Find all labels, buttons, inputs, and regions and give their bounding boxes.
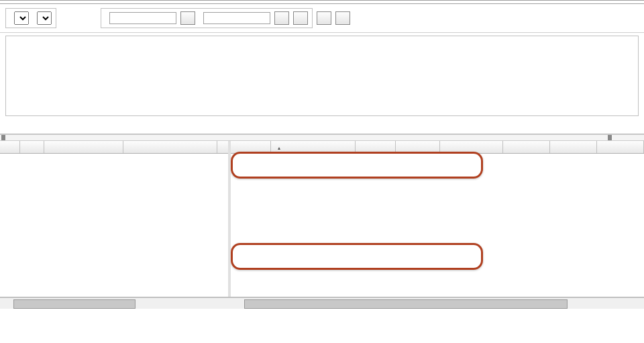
col-check[interactable] bbox=[0, 141, 20, 153]
timeframe-end-input[interactable] bbox=[203, 12, 270, 24]
col-host[interactable] bbox=[44, 141, 123, 153]
annotation-host-cpu bbox=[231, 152, 483, 179]
detail-splitter: ▴ bbox=[0, 141, 644, 297]
minimap-handle-right[interactable] bbox=[608, 135, 612, 140]
col-unit[interactable] bbox=[440, 141, 503, 153]
col-average[interactable] bbox=[550, 141, 597, 153]
col-kpi[interactable]: ▴ bbox=[271, 141, 356, 153]
xscale-select[interactable] bbox=[14, 11, 29, 25]
left-h-scrollbar[interactable] bbox=[0, 297, 231, 309]
sample-range-select[interactable] bbox=[37, 11, 52, 25]
col-max[interactable] bbox=[503, 141, 550, 153]
clear-button[interactable] bbox=[293, 11, 308, 25]
kpi-grid-header: ▴ bbox=[231, 141, 644, 154]
col-sum[interactable] bbox=[597, 141, 644, 153]
sort-indicator-icon: ▴ bbox=[278, 145, 280, 151]
chart-plot-area[interactable] bbox=[5, 36, 639, 116]
col-time-begin[interactable] bbox=[123, 141, 217, 153]
set-begin-button[interactable] bbox=[180, 11, 195, 25]
load-toolbar bbox=[0, 4, 644, 33]
export-button[interactable] bbox=[317, 11, 331, 25]
chart-minimap-scrollbar[interactable] bbox=[0, 134, 644, 141]
set-end-button[interactable] bbox=[274, 11, 289, 25]
scale-group bbox=[5, 8, 56, 28]
import-button[interactable] bbox=[335, 11, 350, 25]
main-tabbar bbox=[0, 0, 644, 1]
col-style[interactable] bbox=[356, 141, 396, 153]
load-chart[interactable] bbox=[0, 33, 644, 134]
timeframe-begin-input[interactable] bbox=[109, 12, 176, 24]
annotation-indexserver-cpu bbox=[231, 243, 483, 270]
col-yscale[interactable] bbox=[396, 141, 440, 153]
host-grid-header bbox=[0, 141, 228, 154]
chart-xaxis bbox=[5, 116, 639, 126]
right-h-scrollbar[interactable] bbox=[231, 297, 644, 309]
col-kpi-expand[interactable] bbox=[231, 141, 271, 153]
timeframe-group bbox=[101, 8, 313, 28]
host-list-pane bbox=[0, 141, 231, 297]
minimap-handle-left[interactable] bbox=[1, 135, 5, 140]
col-blank[interactable] bbox=[20, 141, 44, 153]
kpi-pane: ▴ bbox=[231, 141, 644, 297]
